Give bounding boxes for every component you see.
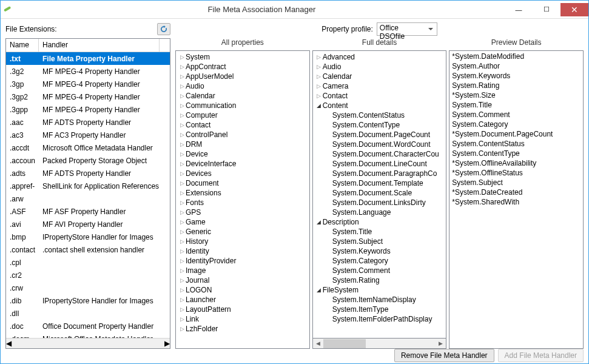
list-item[interactable]: System.Rating bbox=[449, 81, 583, 91]
chevron-right-icon[interactable]: ▷ bbox=[315, 54, 323, 60]
tree-child-item[interactable]: System.Rating bbox=[313, 275, 446, 285]
chevron-right-icon[interactable]: ▷ bbox=[178, 268, 186, 274]
table-row[interactable]: .3gpMF MPEG-4 Property Handler bbox=[6, 78, 170, 90]
chevron-right-icon[interactable]: ▷ bbox=[178, 73, 186, 79]
tree-child-item[interactable]: System.Document.ParagraphCo bbox=[313, 169, 446, 178]
chevron-right-icon[interactable]: ▷ bbox=[178, 141, 186, 147]
minimize-button[interactable]: — bbox=[505, 3, 533, 16]
list-item[interactable]: *System.OfflineAvailability bbox=[449, 159, 583, 169]
list-item[interactable]: *System.SharedWith bbox=[449, 198, 583, 207]
tree-item[interactable]: ◢FileSystem bbox=[313, 285, 446, 295]
chevron-right-icon[interactable]: ▷ bbox=[178, 132, 186, 138]
profile-select[interactable]: Office DSOfile bbox=[377, 22, 437, 36]
tree-item[interactable]: ▷Contact bbox=[176, 120, 309, 130]
tree-item[interactable]: ▷Computer bbox=[176, 110, 309, 120]
chevron-right-icon[interactable]: ▷ bbox=[178, 161, 186, 167]
tree-item[interactable]: ▷Launcher bbox=[176, 295, 309, 305]
table-row[interactable]: .docOffice Document Property Handler bbox=[6, 320, 170, 332]
tree-item[interactable]: ▷Audio bbox=[313, 62, 446, 72]
tree-item[interactable]: ▷Link bbox=[176, 314, 309, 324]
tree-item[interactable]: ▷Calendar bbox=[176, 91, 309, 101]
table-row[interactable]: .appref-ShellLink for Application Refere… bbox=[6, 180, 170, 192]
tree-item[interactable]: ▷Audio bbox=[176, 81, 309, 91]
table-row[interactable]: .aacMF ADTS Property Handler bbox=[6, 116, 170, 129]
tree-item[interactable]: ▷AppUserModel bbox=[176, 72, 309, 81]
tree-child-item[interactable]: System.Language bbox=[313, 207, 446, 217]
chevron-right-icon[interactable]: ▷ bbox=[315, 93, 323, 99]
tree-item[interactable]: ▷Calendar bbox=[313, 72, 446, 81]
tree-child-item[interactable]: System.Document.Scale bbox=[313, 188, 446, 198]
tree-child-item[interactable]: System.Document.LinksDirty bbox=[313, 198, 446, 207]
close-button[interactable]: ✕ bbox=[560, 3, 588, 16]
tree-item[interactable]: ▷Contact bbox=[313, 91, 446, 101]
tree-item[interactable]: ▷Extensions bbox=[176, 188, 309, 198]
tree-child-item[interactable]: System.Document.Template bbox=[313, 178, 446, 188]
tree-item[interactable]: ▷DRM bbox=[176, 140, 309, 149]
tree-child-item[interactable]: System.ItemFolderPathDisplay bbox=[313, 314, 446, 324]
chevron-right-icon[interactable]: ▷ bbox=[178, 326, 186, 332]
tree-child-item[interactable]: System.Subject bbox=[313, 237, 446, 246]
panel-preview-body[interactable]: *System.DateModifiedSystem.AuthorSystem.… bbox=[449, 50, 584, 349]
list-item[interactable]: System.ContentType bbox=[449, 149, 583, 159]
maximize-button[interactable]: ☐ bbox=[533, 3, 560, 16]
tree-item[interactable]: ◢Content bbox=[313, 101, 446, 110]
table-row[interactable]: .txtFile Meta Property Handler bbox=[6, 52, 170, 65]
chevron-right-icon[interactable]: ▷ bbox=[178, 190, 186, 196]
chevron-right-icon[interactable]: ▷ bbox=[178, 83, 186, 89]
table-row[interactable]: .accounPacked Property Storage Object bbox=[6, 154, 170, 167]
scroll-left-icon[interactable]: ◀ bbox=[6, 339, 12, 348]
tree-item[interactable]: ▷Generic bbox=[176, 227, 309, 237]
chevron-right-icon[interactable]: ▷ bbox=[178, 200, 186, 206]
chevron-right-icon[interactable]: ▷ bbox=[178, 64, 186, 70]
chevron-right-icon[interactable]: ▷ bbox=[178, 103, 186, 109]
chevron-right-icon[interactable]: ▷ bbox=[178, 248, 186, 254]
tree-item[interactable]: ▷History bbox=[176, 237, 309, 246]
tree-child-item[interactable]: System.Document.CharacterCou bbox=[313, 149, 446, 159]
tree-child-item[interactable]: System.Keywords bbox=[313, 246, 446, 256]
extensions-hscrollbar[interactable]: ◀ ▶ bbox=[6, 338, 170, 348]
scroll-right-icon[interactable]: ▶ bbox=[436, 339, 446, 348]
chevron-right-icon[interactable]: ▷ bbox=[178, 238, 186, 244]
refresh-button[interactable] bbox=[157, 23, 170, 35]
chevron-right-icon[interactable]: ▷ bbox=[178, 151, 186, 157]
extensions-table-body[interactable]: .txtFile Meta Property Handler.3g2MF MPE… bbox=[6, 52, 170, 338]
tree-item[interactable]: ▷Image bbox=[176, 266, 309, 275]
remove-handler-button[interactable]: Remove File Meta Handler bbox=[394, 349, 494, 362]
extensions-table[interactable]: Name Handler .txtFile Meta Property Hand… bbox=[5, 38, 170, 349]
chevron-right-icon[interactable]: ▷ bbox=[178, 209, 186, 215]
tree-item[interactable]: ▷GPS bbox=[176, 207, 309, 217]
chevron-right-icon[interactable]: ▷ bbox=[315, 64, 323, 70]
tree-child-item[interactable]: System.Document.PageCount bbox=[313, 130, 446, 140]
table-row[interactable]: .arw bbox=[6, 192, 170, 205]
chevron-right-icon[interactable]: ▷ bbox=[178, 316, 186, 322]
tree-child-item[interactable]: System.Category bbox=[313, 256, 446, 266]
tree-item[interactable]: ◢Description bbox=[313, 217, 446, 227]
tree-item[interactable]: ▷AppContract bbox=[176, 62, 309, 72]
chevron-right-icon[interactable]: ▷ bbox=[178, 306, 186, 312]
table-row[interactable]: .adtsMF ADTS Property Handler bbox=[6, 167, 170, 180]
table-row[interactable]: .dll bbox=[6, 307, 170, 320]
tree-item[interactable]: ▷ControlPanel bbox=[176, 130, 309, 140]
tree-item[interactable]: ▷System bbox=[176, 52, 309, 62]
list-item[interactable]: System.Title bbox=[449, 101, 583, 110]
table-row[interactable]: .3gp2MF MPEG-4 Property Handler bbox=[6, 90, 170, 103]
list-item[interactable]: System.Keywords bbox=[449, 72, 583, 81]
tree-item[interactable]: ▷Journal bbox=[176, 275, 309, 285]
chevron-right-icon[interactable]: ▷ bbox=[178, 297, 186, 303]
chevron-right-icon[interactable]: ▷ bbox=[178, 93, 186, 99]
panel-full-body[interactable]: ▷Advanced▷Audio▷Calendar▷Camera▷Contact◢… bbox=[312, 50, 447, 339]
chevron-down-icon[interactable]: ◢ bbox=[315, 287, 323, 293]
tree-item[interactable]: ▷LayoutPattern bbox=[176, 305, 309, 314]
list-item[interactable]: *System.DateModified bbox=[449, 52, 583, 62]
tree-child-item[interactable]: System.Title bbox=[313, 227, 446, 237]
table-row[interactable]: .bmpIPropertyStore Handler for Images bbox=[6, 231, 170, 243]
table-row[interactable]: .cpl bbox=[6, 256, 170, 269]
table-row[interactable]: .accdtMicrosoft Office Metadata Handler bbox=[6, 141, 170, 154]
tree-child-item[interactable]: System.ContentType bbox=[313, 120, 446, 130]
tree-item[interactable]: ▷Devices bbox=[176, 169, 309, 178]
column-name[interactable]: Name bbox=[6, 39, 39, 52]
table-row[interactable]: .3g2MF MPEG-4 Property Handler bbox=[6, 65, 170, 78]
tree-item[interactable]: ▷LOGON bbox=[176, 285, 309, 295]
chevron-right-icon[interactable]: ▷ bbox=[178, 112, 186, 118]
chevron-right-icon[interactable]: ▷ bbox=[178, 170, 186, 177]
